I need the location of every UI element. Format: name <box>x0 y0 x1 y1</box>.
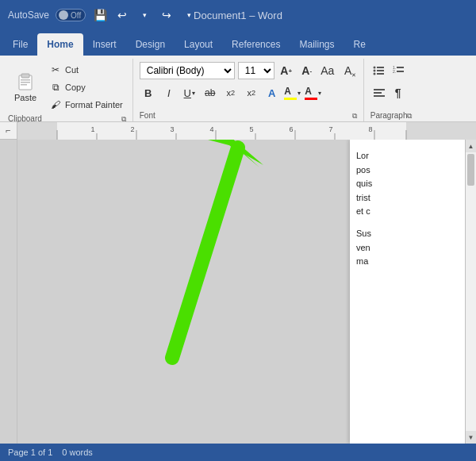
tab-insert[interactable]: Insert <box>83 33 126 56</box>
svg-point-5 <box>373 67 375 69</box>
title-bar: AutoSave Off 💾 ↩ ▾ ↪ ▾ Document1 – Word <box>0 0 476 30</box>
paragraph-group-label: Paragraph <box>370 111 408 121</box>
scroll-down-button[interactable]: ▼ <box>466 431 477 444</box>
svg-rect-15 <box>374 89 385 90</box>
autosave-label: AutoSave <box>8 10 49 21</box>
svg-point-9 <box>373 73 375 75</box>
ribbon-tabs: File Home Insert Design Layout Reference… <box>0 30 476 56</box>
redo-icon[interactable]: ↪ <box>159 7 175 23</box>
paragraph-group: 1. 2. ¶ Paragraph <box>364 59 419 121</box>
strikethrough-button[interactable]: ab <box>202 84 219 102</box>
svg-rect-14 <box>397 71 404 72</box>
ruler-svg: 1 2 3 4 5 6 7 8 <box>17 122 476 140</box>
paste-label: Paste <box>14 93 36 102</box>
svg-text:5: 5 <box>249 125 253 133</box>
font-size-select[interactable]: 11 <box>238 62 274 79</box>
save-icon[interactable]: 💾 <box>92 7 108 23</box>
cut-button[interactable]: ✂ Cut <box>46 62 126 78</box>
paragraph-label-row: Paragraph ⧉ <box>370 111 413 121</box>
undo-dropdown-icon[interactable]: ▾ <box>136 7 152 23</box>
format-painter-label: Format Painter <box>65 100 123 109</box>
font-row2: B I U ▾ ab x2 x2 A A ▾ A <box>140 84 357 102</box>
font-family-select[interactable]: Calibri (Body) <box>140 62 235 79</box>
numbering-button[interactable]: 1. 2. <box>390 62 407 79</box>
svg-rect-19 <box>17 122 57 140</box>
paragraph-controls: 1. 2. ¶ <box>370 59 407 109</box>
status-bar: Page 1 of 1 0 words <box>0 444 476 461</box>
font-expander-icon[interactable]: ⧉ <box>352 112 357 121</box>
tab-references[interactable]: References <box>222 33 290 56</box>
text-effects-button[interactable]: A <box>263 84 281 102</box>
align-left-button[interactable] <box>370 84 388 102</box>
highlight-button[interactable]: A ▾ <box>284 84 301 102</box>
svg-rect-17 <box>374 95 385 97</box>
paragraph-mark-button[interactable]: ¶ <box>390 84 407 102</box>
svg-rect-1 <box>21 74 29 78</box>
ruler-nub[interactable]: ⌐ <box>0 122 17 140</box>
paragraph-expander-icon[interactable]: ⧉ <box>407 112 412 121</box>
lorem-text-1: Lorposquistristet c <box>356 149 459 219</box>
tab-layout[interactable]: Layout <box>175 33 222 56</box>
scrollbar-track <box>466 152 476 431</box>
italic-button[interactable]: I <box>160 84 178 102</box>
paste-icon <box>14 69 36 91</box>
autosave-toggle[interactable]: Off <box>56 9 86 21</box>
svg-rect-4 <box>21 84 27 86</box>
document-area: Lorposquistristet c Susvenma ▲ ▼ <box>0 140 476 444</box>
svg-text:6: 6 <box>289 125 293 133</box>
copy-label: Copy <box>65 83 86 92</box>
underline-button[interactable]: U ▾ <box>181 84 198 102</box>
copy-button[interactable]: ⧉ Copy <box>46 79 126 95</box>
format-painter-button[interactable]: 🖌 Format Painter <box>46 97 126 113</box>
font-color-button[interactable]: A ▾ <box>305 84 322 102</box>
font-row1: Calibri (Body) 11 A+ A- Aa A✕ <box>140 62 357 79</box>
toggle-state: Off <box>71 11 81 20</box>
scroll-up-button[interactable]: ▲ <box>466 140 477 152</box>
numbering-icon: 1. 2. <box>392 64 405 77</box>
lorem-text-2: Susvenma <box>356 227 459 269</box>
superscript-button[interactable]: x2 <box>243 84 260 102</box>
clipboard-group: Paste ✂ Cut ⧉ Copy 🖌 Format Painter Clip… <box>2 59 133 121</box>
tab-home[interactable]: Home <box>37 33 83 56</box>
svg-text:4: 4 <box>209 125 213 133</box>
svg-rect-20 <box>406 122 476 140</box>
document-canvas[interactable]: Lorposquistristet c Susvenma <box>17 140 465 444</box>
svg-text:1: 1 <box>90 125 94 133</box>
paste-button[interactable]: Paste <box>8 59 43 113</box>
clipboard-right: ✂ Cut ⧉ Copy 🖌 Format Painter <box>46 59 126 113</box>
tab-mailings[interactable]: Mailings <box>290 33 344 56</box>
tab-file[interactable]: File <box>3 33 37 56</box>
cut-label: Cut <box>65 65 79 75</box>
font-group-label: Font <box>140 111 155 121</box>
tab-design[interactable]: Design <box>126 33 175 56</box>
svg-line-40 <box>172 148 238 358</box>
cut-icon: ✂ <box>49 63 62 76</box>
format-painter-icon: 🖌 <box>49 98 62 111</box>
change-case-button[interactable]: Aa <box>319 62 336 79</box>
page-count: Page 1 of 1 <box>8 448 52 457</box>
tab-review[interactable]: Re <box>344 33 374 56</box>
shrink-font-button[interactable]: A- <box>298 62 316 79</box>
svg-rect-16 <box>374 92 382 94</box>
grow-font-button[interactable]: A+ <box>278 62 295 79</box>
green-arrow-svg <box>144 140 263 370</box>
svg-text:3: 3 <box>170 125 174 133</box>
bold-button[interactable]: B <box>140 84 157 102</box>
ruler-bar: 1 2 3 4 5 6 7 8 <box>17 122 476 140</box>
svg-rect-8 <box>377 70 384 71</box>
svg-rect-12 <box>397 67 404 68</box>
scrollbar-thumb[interactable] <box>467 154 474 186</box>
clipboard-controls: Paste ✂ Cut ⧉ Copy 🖌 Format Painter <box>8 59 126 113</box>
font-label-row: Font ⧉ <box>140 111 357 121</box>
svg-text:7: 7 <box>328 125 332 133</box>
svg-rect-2 <box>21 79 30 81</box>
svg-text:2: 2 <box>130 125 134 133</box>
toggle-knob <box>59 10 68 20</box>
svg-marker-41 <box>208 140 259 167</box>
subscript-button[interactable]: x2 <box>222 84 240 102</box>
undo-icon[interactable]: ↩ <box>114 7 130 23</box>
bullets-button[interactable] <box>370 62 388 79</box>
align-left-icon <box>374 87 385 98</box>
vertical-scrollbar[interactable]: ▲ ▼ <box>465 140 476 444</box>
clear-format-button[interactable]: A✕ <box>340 62 357 79</box>
